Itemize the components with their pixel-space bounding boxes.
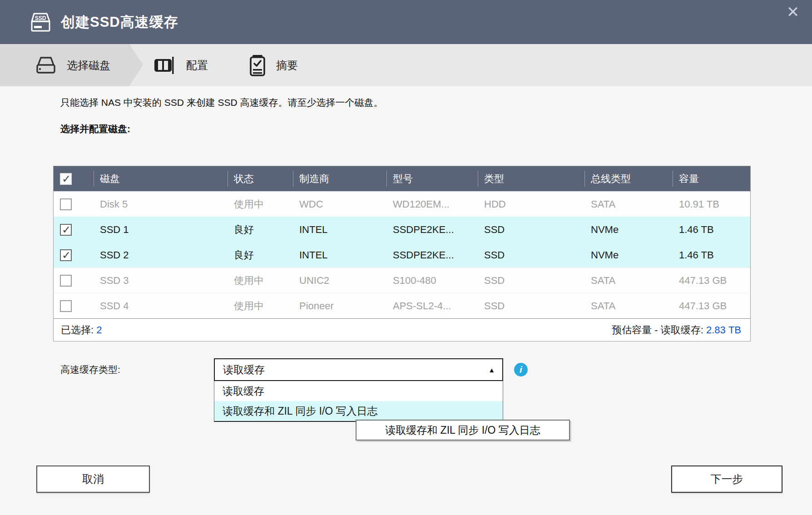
row-checkbox — [60, 198, 72, 210]
cell-bus: NVMe — [584, 224, 673, 236]
hard-drive-icon — [34, 55, 58, 76]
table-row[interactable]: SSD 1 良好 INTEL SSDPE2KE... SSD NVMe 1.46… — [54, 217, 750, 242]
cell-status: 使用中 — [228, 299, 293, 313]
cell-capacity: 447.13 GB — [673, 300, 751, 312]
cache-type-options: 读取缓存 读取缓存和 ZIL 同步 I/O 写入日志 — [214, 381, 503, 422]
cell-capacity: 10.91 TB — [673, 198, 751, 210]
cell-disk: SSD 4 — [94, 300, 228, 312]
step-label: 选择磁盘 — [67, 58, 110, 73]
chevron-up-icon: ▲ — [488, 366, 502, 374]
cell-status: 良好 — [228, 223, 293, 237]
row-checkbox[interactable] — [60, 224, 72, 236]
select-all-checkbox-cell — [54, 166, 94, 191]
cell-vendor: INTEL — [293, 249, 386, 261]
cell-model: SSDPE2KE... — [386, 249, 478, 261]
disk-table: 磁盘 状态 制造商 型号 类型 总线类型 容量 Disk 5 使用中 WDC W… — [53, 166, 751, 342]
step-select-disks[interactable]: 选择磁盘 — [34, 44, 110, 86]
ssd-config-icon — [153, 55, 177, 76]
cache-type-selected-value: 读取缓存 — [215, 363, 265, 377]
column-header-vendor: 制造商 — [293, 166, 386, 191]
create-ssd-cache-dialog: SSD 创建SSD高速缓存 ✕ 选择磁盘 配置 — [0, 0, 812, 515]
cell-capacity: 1.46 TB — [673, 249, 751, 261]
cell-capacity: 447.13 GB — [673, 275, 751, 287]
step-label: 摘要 — [276, 58, 298, 73]
cell-model: WD120EM... — [386, 198, 478, 210]
table-row[interactable]: SSD 2 良好 INTEL SSDPE2KE... SSD NVMe 1.46… — [54, 242, 750, 267]
row-checkbox — [60, 275, 72, 287]
cell-type: SSD — [478, 300, 584, 312]
row-checkbox — [60, 300, 72, 312]
option-read-cache[interactable]: 读取缓存 — [214, 381, 503, 401]
cell-bus: NVMe — [584, 249, 673, 261]
column-header-disk: 磁盘 — [94, 166, 228, 191]
cell-type: SSD — [478, 249, 584, 261]
column-header-status: 状态 — [228, 166, 293, 191]
step-label: 配置 — [186, 58, 208, 73]
summary-clipboard-icon — [248, 54, 267, 77]
wizard-steps: 选择磁盘 配置 摘要 — [0, 44, 812, 86]
cell-model: S100-480 — [386, 275, 478, 287]
cell-disk: SSD 1 — [94, 224, 228, 236]
section-label: 选择并配置磁盘: — [60, 123, 130, 135]
dialog-titlebar: SSD 创建SSD高速缓存 ✕ — [0, 0, 812, 44]
cell-status: 良好 — [228, 248, 293, 262]
select-all-checkbox[interactable] — [60, 173, 72, 185]
step-summary[interactable]: 摘要 — [248, 44, 298, 86]
option-tooltip: 读取缓存和 ZIL 同步 I/O 写入日志 — [356, 420, 570, 441]
column-header-type: 类型 — [478, 166, 584, 191]
info-icon[interactable]: i — [514, 363, 528, 376]
column-header-bus: 总线类型 — [584, 166, 673, 191]
cell-capacity: 1.46 TB — [673, 224, 751, 236]
cell-vendor: WDC — [293, 198, 386, 210]
row-checkbox[interactable] — [60, 249, 72, 261]
table-row: Disk 5 使用中 WDC WD120EM... HDD SATA 10.91… — [54, 191, 750, 217]
cell-status: 使用中 — [228, 198, 293, 211]
table-row: SSD 3 使用中 UNIC2 S100-480 SSD SATA 447.13… — [54, 267, 750, 293]
cell-type: HDD — [478, 198, 584, 210]
cell-disk: Disk 5 — [94, 198, 228, 210]
instruction-text: 只能选择 NAS 中安装的 SSD 来创建 SSD 高速缓存。请至少选择一个磁盘… — [60, 96, 383, 109]
column-header-capacity: 容量 — [673, 166, 751, 191]
svg-text:SSD: SSD — [35, 15, 46, 21]
cell-vendor: UNIC2 — [293, 275, 386, 287]
selected-count: 2 — [96, 324, 102, 336]
cell-model: APS-SL2-4... — [386, 300, 478, 312]
table-footer: 已选择: 2 预估容量 - 读取缓存: 2.83 TB — [54, 318, 750, 341]
table-header-row: 磁盘 状态 制造商 型号 类型 总线类型 容量 — [54, 166, 750, 191]
next-button[interactable]: 下一步 — [671, 465, 782, 493]
cancel-button[interactable]: 取消 — [36, 465, 150, 493]
cell-disk: SSD 3 — [94, 275, 228, 287]
cache-type-select[interactable]: 读取缓存 ▲ — [214, 358, 503, 381]
table-row: SSD 4 使用中 Pioneer APS-SL2-4... SSD SATA … — [54, 293, 750, 318]
cell-type: SSD — [478, 275, 584, 287]
column-header-model: 型号 — [386, 166, 478, 191]
cell-model: SSDPE2KE... — [386, 224, 478, 236]
cell-bus: SATA — [584, 198, 673, 210]
step-configure[interactable]: 配置 — [153, 44, 208, 86]
cell-status: 使用中 — [228, 274, 293, 287]
cell-bus: SATA — [584, 275, 673, 287]
option-read-cache-zil[interactable]: 读取缓存和 ZIL 同步 I/O 写入日志 — [214, 401, 503, 421]
cell-type: SSD — [478, 224, 584, 236]
estimate-value: 2.83 TB — [706, 324, 741, 336]
cache-type-label: 高速缓存类型: — [60, 363, 120, 376]
cell-vendor: INTEL — [293, 224, 386, 236]
cell-bus: SATA — [584, 300, 673, 312]
selected-label: 已选择: — [61, 324, 96, 336]
active-step-arrow — [129, 44, 143, 86]
close-icon[interactable]: ✕ — [784, 3, 802, 21]
cell-vendor: Pioneer — [293, 300, 386, 312]
estimate-label: 预估容量 - 读取缓存: — [612, 324, 706, 336]
dialog-title: 创建SSD高速缓存 — [61, 13, 178, 32]
ssd-drive-icon: SSD — [28, 11, 51, 33]
cell-disk: SSD 2 — [94, 249, 228, 261]
